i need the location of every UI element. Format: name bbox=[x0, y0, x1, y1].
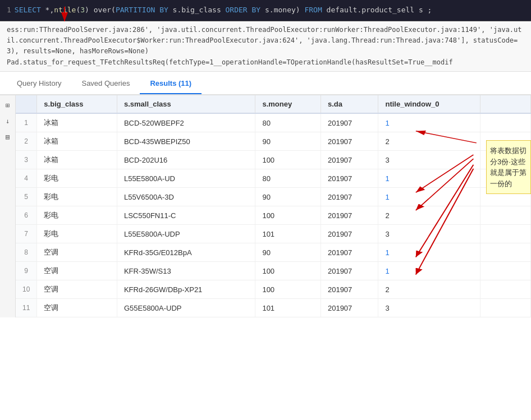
cell-small-class: BCD-520WBEPF2 bbox=[117, 113, 255, 132]
cell-big-class: 彩电 bbox=[37, 169, 117, 188]
col-header-big-class: s.big_class bbox=[37, 95, 117, 113]
cell-idx: 4 bbox=[16, 169, 37, 188]
cell-da: 201907 bbox=[321, 169, 378, 188]
col-header-da: s.da bbox=[321, 95, 378, 113]
data-table-wrapper: s.big_class s.small_class s.money s.da n… bbox=[16, 95, 531, 317]
cell-small-class: KFRd-35G/E012BpA bbox=[117, 243, 255, 262]
sql-keyword-select: SELECT bbox=[15, 6, 41, 14]
sql-keyword-order: ORDER BY bbox=[226, 6, 261, 14]
cell-small-class: KFR-35W/S13 bbox=[117, 262, 255, 280]
table-row: 8 空调 KFRd-35G/E012BpA 90 201907 1 bbox=[16, 243, 531, 262]
cell-small-class: L55E5800A-UD bbox=[117, 169, 255, 188]
tabs-bar: Query History Saved Queries Results (11) bbox=[0, 72, 531, 95]
col-header-money: s.money bbox=[255, 95, 321, 113]
toolbar-download-icon[interactable]: ↓ bbox=[2, 116, 13, 127]
sql-editor[interactable]: 1SELECT *,ntile(3) over(PARTITION BY s.b… bbox=[0, 0, 531, 21]
cell-money: 101 bbox=[255, 225, 321, 243]
sql-keyword-from: FROM bbox=[304, 6, 322, 14]
col-header-idx bbox=[16, 95, 37, 113]
cell-big-class: 冰箱 bbox=[37, 151, 117, 169]
cell-da: 201907 bbox=[321, 280, 378, 299]
sql-partition-col: s.big_class bbox=[168, 6, 226, 14]
cell-big-class: 彩电 bbox=[37, 206, 117, 225]
cell-money: 90 bbox=[255, 188, 321, 206]
table-row: 6 彩电 LSC550FN11-C 100 201907 2 bbox=[16, 206, 531, 225]
toolbar-grid-icon[interactable]: ⊞ bbox=[2, 100, 13, 111]
cell-empty bbox=[480, 280, 531, 299]
cell-idx: 7 bbox=[16, 225, 37, 243]
sql-keyword-partition: PARTITION BY bbox=[116, 6, 168, 14]
col-header-ntile: ntile_window_0 bbox=[378, 95, 480, 113]
cell-ntile: 2 bbox=[378, 280, 480, 299]
sql-order-col: s.money) bbox=[260, 6, 304, 14]
cell-money: 101 bbox=[255, 299, 321, 317]
cell-money: 80 bbox=[255, 113, 321, 132]
cell-small-class: BCD-202U16 bbox=[117, 151, 255, 169]
cell-idx: 9 bbox=[16, 262, 37, 280]
annotation-box: 将表数据切分3份·这些就是属于第一份的 bbox=[486, 140, 531, 194]
col-header-small-class: s.small_class bbox=[117, 95, 255, 113]
sql-table: default.product_sell s ; bbox=[322, 6, 432, 14]
cell-idx: 5 bbox=[16, 188, 37, 206]
table-row: 9 空调 KFR-35W/S13 100 201907 1 bbox=[16, 262, 531, 280]
cell-idx: 10 bbox=[16, 280, 37, 299]
cell-ntile: 1 bbox=[378, 113, 480, 132]
cell-big-class: 彩电 bbox=[37, 225, 117, 243]
cell-da: 201907 bbox=[321, 299, 378, 317]
cell-small-class: BCD-435WBEPIZ50 bbox=[117, 132, 255, 151]
cell-money: 90 bbox=[255, 243, 321, 262]
cell-da: 201907 bbox=[321, 262, 378, 280]
cell-ntile: 1 bbox=[378, 262, 480, 280]
line-number: 1 bbox=[7, 6, 11, 14]
cell-money: 90 bbox=[255, 132, 321, 151]
cell-idx: 1 bbox=[16, 113, 37, 132]
cell-idx: 11 bbox=[16, 299, 37, 317]
sql-paren-close: ) bbox=[85, 6, 89, 14]
left-toolbar: ⊞ ↓ ▤ bbox=[0, 95, 16, 317]
results-table: s.big_class s.small_class s.money s.da n… bbox=[16, 95, 531, 317]
table-row: 11 空调 G55E5800A-UDP 101 201907 3 bbox=[16, 299, 531, 317]
cell-small-class: KFRd-26GW/DBp-XP21 bbox=[117, 280, 255, 299]
toolbar-chart-icon[interactable]: ▤ bbox=[2, 131, 13, 142]
cell-da: 201907 bbox=[321, 225, 378, 243]
table-row: 7 彩电 L55E5800A-UDP 101 201907 3 bbox=[16, 225, 531, 243]
table-row: 2 冰箱 BCD-435WBEPIZ50 90 201907 2 bbox=[16, 132, 531, 151]
table-row: 4 彩电 L55E5800A-UD 80 201907 1 bbox=[16, 169, 531, 188]
cell-da: 201907 bbox=[321, 206, 378, 225]
sql-over: over( bbox=[89, 6, 116, 14]
cell-idx: 8 bbox=[16, 243, 37, 262]
cell-ntile: 2 bbox=[378, 132, 480, 151]
cell-ntile: 1 bbox=[378, 243, 480, 262]
cell-big-class: 空调 bbox=[37, 243, 117, 262]
cell-ntile: 1 bbox=[378, 169, 480, 188]
cell-big-class: 空调 bbox=[37, 262, 117, 280]
cell-ntile: 3 bbox=[378, 151, 480, 169]
cell-ntile: 1 bbox=[378, 188, 480, 206]
cell-money: 100 bbox=[255, 262, 321, 280]
cell-empty bbox=[480, 243, 531, 262]
cell-big-class: 冰箱 bbox=[37, 132, 117, 151]
cell-da: 201907 bbox=[321, 188, 378, 206]
cell-big-class: 空调 bbox=[37, 280, 117, 299]
results-area: ⊞ ↓ ▤ s.big_class s.small_class s.money … bbox=[0, 95, 531, 317]
cell-da: 201907 bbox=[321, 151, 378, 169]
error-output: ess:run:TThreadPoolServer.java:286', 'ja… bbox=[0, 21, 531, 72]
cell-small-class: L55V6500A-3D bbox=[117, 188, 255, 206]
cell-big-class: 冰箱 bbox=[37, 113, 117, 132]
tab-query-history[interactable]: Query History bbox=[7, 73, 71, 93]
cell-da: 201907 bbox=[321, 113, 378, 132]
cell-empty bbox=[480, 206, 531, 225]
tab-saved-queries[interactable]: Saved Queries bbox=[71, 73, 140, 93]
cell-empty bbox=[480, 225, 531, 243]
cell-money: 100 bbox=[255, 280, 321, 299]
cell-big-class: 空调 bbox=[37, 299, 117, 317]
cell-da: 201907 bbox=[321, 243, 378, 262]
sql-func-ntile: ntile bbox=[54, 6, 76, 14]
cell-money: 100 bbox=[255, 151, 321, 169]
tab-results[interactable]: Results (11) bbox=[140, 73, 202, 93]
table-header-row: s.big_class s.small_class s.money s.da n… bbox=[16, 95, 531, 113]
cell-small-class: LSC550FN11-C bbox=[117, 206, 255, 225]
cell-ntile: 3 bbox=[378, 225, 480, 243]
cell-idx: 3 bbox=[16, 151, 37, 169]
cell-small-class: L55E5800A-UDP bbox=[117, 225, 255, 243]
